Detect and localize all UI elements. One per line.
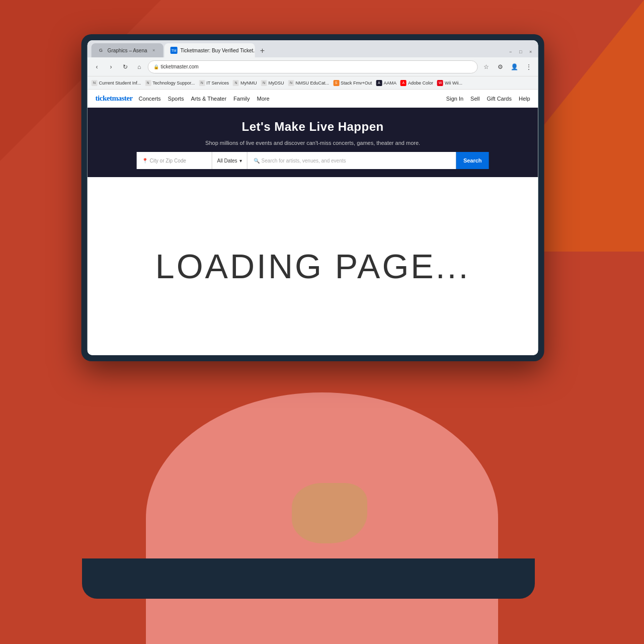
bookmark-4[interactable]: N MyNMU <box>233 80 257 86</box>
profile-button[interactable]: 👤 <box>509 61 520 72</box>
bookmarks-bar: N Current Student Inf... N Technology Su… <box>88 76 538 90</box>
hero-subtitle: Shop millions of live events and discove… <box>205 140 420 146</box>
bookmark8-favicon: A <box>376 80 382 86</box>
bookmark-5[interactable]: N MyDSU <box>261 80 284 86</box>
address-input[interactable]: 🔒 ticketmaster.com <box>148 60 478 73</box>
bookmark4-favicon: N <box>233 80 239 86</box>
bookmark1-favicon: N <box>92 80 98 86</box>
location-icon: 📍 <box>142 158 148 164</box>
laptop-base <box>82 558 535 599</box>
tab2-label: Ticketmaster: Buy Verified Ticket... <box>181 48 255 53</box>
bookmark-2[interactable]: N Technology Suppor... <box>145 80 195 86</box>
address-text: ticketmaster.com <box>161 64 199 69</box>
bookmark-6[interactable]: N NMSU EduCat... <box>288 80 330 86</box>
bookmark-1[interactable]: N Current Student Inf... <box>92 80 141 86</box>
nav-arts-theater[interactable]: Arts & Theater <box>191 96 226 102</box>
laptop-screen-outer: G Graphics – Asena × TM Ticketmaster: Bu… <box>82 34 544 361</box>
tm-top-nav: ticketmaster Concerts Sports Arts & Thea… <box>88 90 538 108</box>
minimize-button[interactable]: − <box>507 48 514 55</box>
search-icon: 🔍 <box>254 158 260 164</box>
person-hand <box>292 483 367 543</box>
bookmark-10[interactable]: W Wii Wii... <box>437 80 462 86</box>
sell-link[interactable]: Sell <box>470 96 479 102</box>
window-controls: − □ × <box>507 48 534 57</box>
bookmark3-favicon: N <box>199 80 205 86</box>
bookmark8-label: AAMA <box>383 80 396 86</box>
nav-sports[interactable]: Sports <box>168 96 184 102</box>
refresh-button[interactable]: ↻ <box>120 61 131 72</box>
bookmark1-label: Current Student Inf... <box>99 80 141 86</box>
address-bar: ‹ › ↻ ⌂ 🔒 ticketmaster.com ☆ ⚙ 👤 ⋮ <box>88 57 538 76</box>
search-button[interactable]: Search <box>456 152 489 169</box>
search-row: 📍 City or Zip Code All Dates ▾ 🔍 Search … <box>137 152 489 169</box>
bookmark2-label: Technology Suppor... <box>152 80 195 86</box>
nav-more[interactable]: More <box>257 96 270 102</box>
bookmark10-label: Wii Wii... <box>445 80 462 86</box>
tm-nav-links: Concerts Sports Arts & Theater Family Mo… <box>139 96 440 102</box>
maximize-button[interactable]: □ <box>517 48 524 55</box>
tab1-favicon: G <box>98 47 105 54</box>
bookmark5-label: MyDSU <box>269 80 284 86</box>
bookmark7-label: Stack Fmv+Out <box>341 80 372 86</box>
tab-1[interactable]: G Graphics – Asena × <box>92 43 164 57</box>
date-select[interactable]: All Dates ▾ <box>212 152 248 169</box>
help-link[interactable]: Help <box>519 96 530 102</box>
home-button[interactable]: ⌂ <box>134 61 145 72</box>
forward-button[interactable]: › <box>106 61 117 72</box>
gift-cards-link[interactable]: Gift Cards <box>487 96 512 102</box>
nav-concerts[interactable]: Concerts <box>139 96 161 102</box>
location-input[interactable]: 📍 City or Zip Code <box>137 152 212 169</box>
bookmark-8[interactable]: A AAMA <box>376 80 396 86</box>
tab-bar: G Graphics – Asena × TM Ticketmaster: Bu… <box>88 40 538 57</box>
bookmark4-label: MyNMU <box>240 80 257 86</box>
star-button[interactable]: ☆ <box>481 61 492 72</box>
search-input-area[interactable]: 🔍 Search for artists, venues, and events <box>248 152 456 169</box>
tab2-favicon: TM <box>171 47 178 54</box>
lock-icon: 🔒 <box>153 64 159 69</box>
tm-top-actions: Sign In Sell Gift Cards Help <box>446 96 530 102</box>
bookmark10-favicon: W <box>437 80 443 86</box>
website-content: ticketmaster Concerts Sports Arts & Thea… <box>88 90 538 355</box>
loading-area: LOADING PAGE... <box>88 177 538 355</box>
tab1-label: Graphics – Asena <box>108 48 147 53</box>
location-placeholder: City or Zip Code <box>150 158 186 164</box>
bookmark2-favicon: N <box>145 80 151 86</box>
bookmark-7[interactable]: S Stack Fmv+Out <box>333 80 372 86</box>
sign-in-link[interactable]: Sign In <box>446 96 463 102</box>
bookmark9-label: Adobe Color <box>408 80 433 86</box>
tm-hero: Let's Make Live Happen Shop millions of … <box>88 108 538 177</box>
tab1-close[interactable]: × <box>150 47 157 54</box>
menu-button[interactable]: ⋮ <box>523 61 534 72</box>
search-placeholder: Search for artists, venues, and events <box>262 158 346 164</box>
loading-text: LOADING PAGE... <box>155 247 470 286</box>
bookmark-9[interactable]: A Adobe Color <box>400 80 433 86</box>
bookmark7-favicon: S <box>333 80 339 86</box>
laptop-screen-inner: G Graphics – Asena × TM Ticketmaster: Bu… <box>88 40 538 355</box>
bookmark9-favicon: A <box>400 80 407 86</box>
bookmark6-favicon: N <box>288 80 294 86</box>
bookmark6-label: NMSU EduCat... <box>296 80 330 86</box>
hero-title: Let's Make Live Happen <box>242 120 384 134</box>
date-label: All Dates <box>217 158 237 164</box>
new-tab-button[interactable]: + <box>256 44 269 57</box>
tab-2[interactable]: TM Ticketmaster: Buy Verified Ticket... … <box>165 43 255 57</box>
browser-window: G Graphics – Asena × TM Ticketmaster: Bu… <box>88 40 538 355</box>
nav-family[interactable]: Family <box>233 96 250 102</box>
tm-logo[interactable]: ticketmaster <box>96 94 133 103</box>
bookmark3-label: IT Services <box>206 80 229 86</box>
extension-button[interactable]: ⚙ <box>495 61 506 72</box>
bookmark-3[interactable]: N IT Services <box>199 80 229 86</box>
chevron-down-icon: ▾ <box>239 158 242 164</box>
close-button[interactable]: × <box>527 48 534 55</box>
back-button[interactable]: ‹ <box>92 61 103 72</box>
bookmark5-favicon: N <box>261 80 267 86</box>
